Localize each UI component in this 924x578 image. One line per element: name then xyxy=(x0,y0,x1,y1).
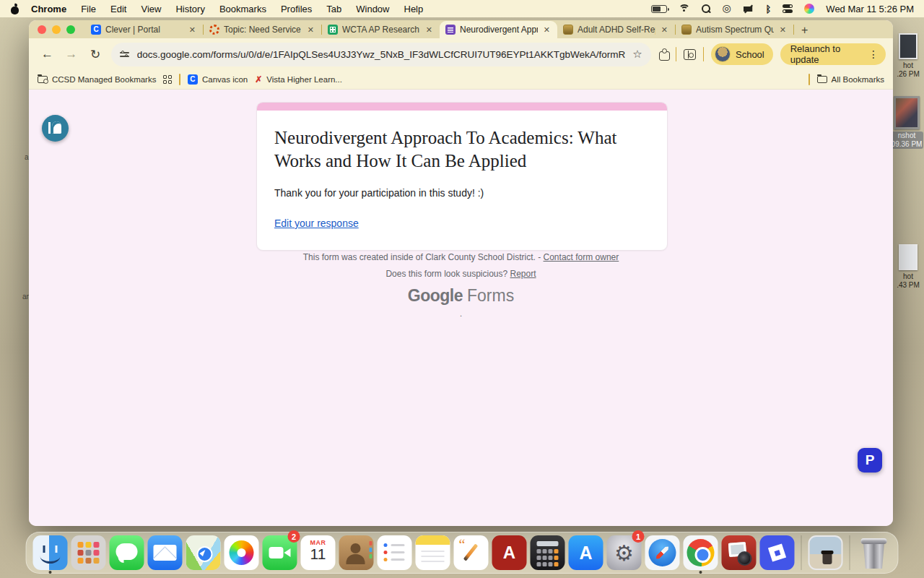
wifi-icon[interactable] xyxy=(679,4,690,13)
settings-badge: 1 xyxy=(632,530,645,543)
control-center-icon[interactable] xyxy=(783,4,793,13)
dock-acrobat-icon[interactable]: A xyxy=(492,532,527,574)
new-tab-button[interactable]: + xyxy=(794,24,815,38)
dock-chrome-icon[interactable] xyxy=(684,532,718,574)
dock-trash-icon[interactable] xyxy=(857,532,892,574)
bluetooth-icon[interactable]: ᛒ xyxy=(766,4,772,14)
image-favicon xyxy=(563,25,573,35)
apple-menu-icon[interactable] xyxy=(10,4,19,14)
tab-close-icon[interactable]: ✕ xyxy=(424,25,434,35)
reload-button[interactable]: ↻ xyxy=(87,47,103,62)
menu-window[interactable]: Window xyxy=(349,4,396,14)
dock-roblox-icon[interactable] xyxy=(760,532,795,574)
managed-folder-icon xyxy=(38,76,48,83)
sheets-favicon xyxy=(328,25,338,35)
site-settings-icon[interactable] xyxy=(120,50,130,59)
bookmark-canvas[interactable]: C Canvas icon xyxy=(188,74,248,85)
contact-form-owner-link[interactable]: Contact form owner xyxy=(544,252,619,262)
dock-safari-icon[interactable] xyxy=(645,532,680,574)
hotspot-icon[interactable] xyxy=(723,4,732,14)
report-link[interactable]: Report xyxy=(510,269,536,279)
tab-topic-need-service[interactable]: Topic: Need Service H ✕ xyxy=(204,21,321,38)
profile-name: School xyxy=(736,49,764,60)
bookmark-star-icon[interactable]: ☆ xyxy=(632,48,642,61)
folder-icon xyxy=(817,76,827,83)
dock-divider xyxy=(801,535,802,570)
bookmark-ccsd-managed[interactable]: CCSD Managed Bookmarks xyxy=(38,75,156,84)
relaunch-to-update-button[interactable]: Relaunch to update ⋮ xyxy=(780,43,886,65)
forward-button[interactable]: → xyxy=(63,47,79,61)
form-footer-created: This form was created inside of Clark Co… xyxy=(29,252,893,262)
dock: 2 MAR11 A A ⚙1 xyxy=(26,532,899,574)
edit-your-response-link[interactable]: Edit your response xyxy=(274,217,359,229)
extension-overlay-icon[interactable] xyxy=(42,115,69,142)
menu-bar-clock[interactable]: Wed Mar 11 5:26 PM xyxy=(826,4,914,14)
chrome-window: C Clever | Portal ✕ Topic: Need Service … xyxy=(29,20,893,526)
address-bar[interactable]: docs.google.com/forms/u/0/d/e/1FAIpQLSes… xyxy=(111,43,651,66)
bookmark-vista-higher-learning[interactable]: ✗ Vista Higher Learn... xyxy=(255,74,342,85)
dock-contacts-icon[interactable] xyxy=(339,532,374,574)
menu-tab[interactable]: Tab xyxy=(319,4,349,14)
dock-reminders-icon[interactable] xyxy=(378,532,412,574)
forms-favicon xyxy=(445,25,456,35)
dock-photos-icon[interactable] xyxy=(225,532,259,574)
form-confirmation-text: Thank you for your participation in this… xyxy=(274,187,650,199)
dock-calendar-icon[interactable]: MAR11 xyxy=(301,532,336,574)
dock-photo-booth-icon[interactable] xyxy=(722,532,757,574)
tab-strip: C Clever | Portal ✕ Topic: Need Service … xyxy=(29,20,893,38)
dock-messages-icon[interactable] xyxy=(110,532,144,574)
dock-calculator-icon[interactable] xyxy=(531,532,565,574)
dock-notes-icon[interactable] xyxy=(416,532,450,574)
dock-system-settings-icon[interactable]: ⚙1 xyxy=(607,532,642,574)
spotlight-search-icon[interactable] xyxy=(702,4,711,14)
dock-downloads-stack-icon[interactable] xyxy=(808,532,843,574)
menu-help[interactable]: Help xyxy=(397,4,431,14)
menu-history[interactable]: History xyxy=(168,4,212,14)
tab-adult-adhd[interactable]: Adult ADHD Self-Rep ✕ xyxy=(557,21,675,38)
file-thumbnail xyxy=(899,244,918,270)
tab-close-icon[interactable]: ✕ xyxy=(542,25,552,35)
chrome-menu-icon[interactable]: ⋮ xyxy=(868,48,879,60)
tab-neurodivergent-active[interactable]: Neurodivergent Appr ✕ xyxy=(440,21,557,38)
siri-icon[interactable] xyxy=(804,4,814,14)
dock-mail-icon[interactable] xyxy=(148,532,183,574)
profile-avatar xyxy=(715,46,731,62)
menu-file[interactable]: File xyxy=(74,4,103,14)
form-response-card: Neurodivergent Approach To Academics: Wh… xyxy=(256,102,668,251)
dock-pages-icon[interactable] xyxy=(454,532,489,574)
google-forms-logo: GoogleForms xyxy=(29,286,893,306)
back-button[interactable]: ← xyxy=(39,47,56,61)
menu-bookmarks[interactable]: Bookmarks xyxy=(212,4,274,14)
menu-profiles[interactable]: Profiles xyxy=(274,4,319,14)
form-footer-suspicious: Does this form look suspicious? Report xyxy=(29,269,893,279)
floating-p-extension-button[interactable]: P xyxy=(858,448,882,473)
battery-icon[interactable] xyxy=(651,5,667,13)
profile-chip[interactable]: School xyxy=(711,43,773,65)
minimize-window-button[interactable] xyxy=(52,25,61,34)
sidebar-search-icon[interactable] xyxy=(684,49,695,60)
footer-dot: . xyxy=(29,309,893,318)
dock-app-store-icon[interactable]: A xyxy=(569,532,603,574)
dock-facetime-icon[interactable]: 2 xyxy=(263,532,297,574)
tab-wcta-ap-research[interactable]: WCTA AP Research - ✕ xyxy=(322,21,440,38)
tab-close-icon[interactable]: ✕ xyxy=(660,25,669,35)
mute-icon[interactable] xyxy=(744,4,754,14)
menu-app-name[interactable]: Chrome xyxy=(24,4,74,14)
tab-clever-portal[interactable]: C Clever | Portal ✕ xyxy=(85,21,203,38)
form-theme-strip xyxy=(257,103,667,111)
menu-view[interactable]: View xyxy=(134,4,168,14)
dock-finder-icon[interactable] xyxy=(33,532,68,574)
menu-edit[interactable]: Edit xyxy=(103,4,134,14)
dock-launchpad-icon[interactable] xyxy=(71,532,106,574)
tab-autism-spectrum[interactable]: Autism Spectrum Quo ✕ xyxy=(676,21,793,38)
url-text[interactable]: docs.google.com/forms/u/0/d/e/1FAIpQLSes… xyxy=(137,49,626,60)
tab-close-icon[interactable]: ✕ xyxy=(306,25,315,35)
close-window-button[interactable] xyxy=(38,25,46,34)
tab-close-icon[interactable]: ✕ xyxy=(778,25,788,35)
dock-maps-icon[interactable] xyxy=(186,532,221,574)
tab-close-icon[interactable]: ✕ xyxy=(188,25,197,35)
all-bookmarks-button[interactable]: All Bookmarks xyxy=(817,75,885,84)
zoom-window-button[interactable] xyxy=(66,25,75,34)
extensions-icon[interactable] xyxy=(658,48,668,60)
apps-grid-icon[interactable] xyxy=(163,75,172,84)
